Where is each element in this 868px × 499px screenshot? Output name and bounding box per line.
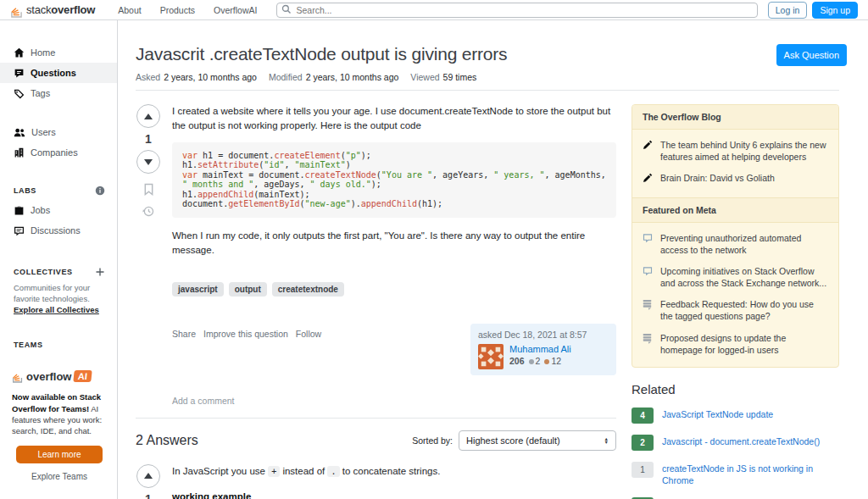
sidebar-item-users[interactable]: Users <box>0 122 117 142</box>
home-icon <box>14 47 25 58</box>
tags-icon <box>14 88 25 99</box>
question-body: I created a website where it tells you y… <box>172 104 616 375</box>
sidebar-item-label: Tags <box>31 88 50 98</box>
nav-products[interactable]: Products <box>153 3 203 18</box>
related-item[interactable]: 1 createTextNode in JS is not working in… <box>632 462 839 486</box>
rep-score: 206 <box>509 356 525 366</box>
featured-meta-header: Featured on Meta <box>632 197 838 223</box>
sidebar-item-label: Discussions <box>31 225 81 236</box>
sorted-by-label: Sorted by: <box>412 435 453 446</box>
overflow-ai-stack-icon <box>12 369 24 383</box>
sidebar-item-companies[interactable]: Companies <box>0 142 117 163</box>
tag-createtextnode[interactable]: createtextnode <box>272 282 344 297</box>
teams-pitch: Now available on Stack Overflow for Team… <box>12 391 107 436</box>
comment-bubble-icon <box>643 265 654 289</box>
improve-question-link[interactable]: Improve this question <box>203 329 288 339</box>
answer-count-badge: 2 <box>632 435 654 451</box>
related-item[interactable]: 4 JavaScript TextNode update <box>632 408 839 424</box>
viewed-value: 59 times <box>443 72 477 82</box>
users-icon <box>14 127 25 138</box>
meta-item[interactable]: Proposed designs to update the homepage … <box>643 332 828 356</box>
questions-icon <box>14 68 25 79</box>
sidebar-item-label: Questions <box>31 68 76 78</box>
login-button[interactable]: Log in <box>768 2 808 19</box>
vote-column: 1 <box>136 104 161 375</box>
sort-dropdown[interactable]: Highest score (default) ▲▼ <box>459 430 616 451</box>
sidebar-item-discussions[interactable]: Discussions <box>0 220 117 241</box>
overflow-ai-logo: overflow AI <box>12 369 107 383</box>
modified-value: 2 years, 10 months ago <box>306 72 399 82</box>
answer-count-badge: 1 <box>632 462 654 478</box>
downvote-button[interactable] <box>136 150 160 174</box>
question-paragraph-2: When I run my code, it only outputs the … <box>172 229 616 258</box>
answer-upvote-button[interactable] <box>136 464 160 488</box>
search-input[interactable] <box>276 3 757 18</box>
working-example-heading: working example <box>172 491 616 499</box>
post-actions: Share Improve this question Follow <box>172 324 321 339</box>
bookmark-icon[interactable] <box>143 183 154 196</box>
collectives-section-label: COLLECTIVES <box>0 263 117 281</box>
question-paragraph-1: I created a website where it tells you y… <box>172 104 616 134</box>
meta-item[interactable]: Feedback Requested: How do you use the t… <box>643 298 828 322</box>
nav-about[interactable]: About <box>110 3 148 18</box>
sort-arrows-icon: ▲▼ <box>604 437 609 444</box>
explore-collectives-link[interactable]: Explore all Collectives <box>14 305 99 314</box>
meta-item[interactable]: Upcoming initiatives on Stack Overflow a… <box>643 265 828 289</box>
follow-link[interactable]: Follow <box>296 329 321 339</box>
blog-item[interactable]: Brain Drain: David vs Goliath <box>643 172 828 186</box>
labs-label-text: LABS <box>14 186 36 195</box>
answer-count-badge: 4 <box>632 408 654 424</box>
logo-text: stackoverflow <box>26 3 95 16</box>
upvote-button[interactable] <box>136 104 160 128</box>
sidebar-item-questions[interactable]: Questions <box>0 63 117 83</box>
plus-icon[interactable] <box>95 267 105 277</box>
question-column: 1 I created a website where it tells you… <box>136 104 616 499</box>
tag-output[interactable]: output <box>229 282 267 297</box>
bronze-badge: 12 <box>544 356 561 366</box>
question-header: Javascrit .createTextNode output is givi… <box>136 44 839 64</box>
answer-paragraph: In JavaScript you use + instead of . to … <box>172 464 616 479</box>
share-link[interactable]: Share <box>172 329 196 339</box>
question-stats: Asked2 years, 10 months ago Modified2 ye… <box>136 72 839 91</box>
sidebar-item-label: Companies <box>31 147 78 158</box>
info-icon[interactable] <box>95 186 105 196</box>
teams-promo: overflow AI Now available on Stack Overf… <box>0 354 117 480</box>
related-item[interactable]: 2 Javascript - document.createTextNode() <box>632 435 839 451</box>
history-icon[interactable] <box>142 205 154 217</box>
tag-javascript[interactable]: javascript <box>172 282 224 297</box>
sidebar-item-label: Home <box>31 47 55 58</box>
blog-item[interactable]: The team behind Unity 6 explains the new… <box>643 139 828 163</box>
asked-info-card: asked Dec 18, 2021 at 8:57 <box>470 324 616 375</box>
add-comment-link[interactable]: Add a comment <box>136 396 616 419</box>
explore-teams-link[interactable]: Explore Teams <box>12 472 107 481</box>
answer-vote-column: 1 <box>136 464 161 499</box>
ask-question-button[interactable]: Ask Question <box>776 44 847 66</box>
top-navigation: About Products OverflowAI <box>110 3 264 18</box>
blog-item-text: The team behind Unity 6 explains the new… <box>660 139 828 163</box>
nav-overflowai[interactable]: OverflowAI <box>206 3 264 18</box>
top-bar: stackoverflow About Products OverflowAI … <box>0 0 868 20</box>
asked-date: asked Dec 18, 2021 at 8:57 <box>478 330 609 340</box>
overflow-blog-header: The Overflow Blog <box>632 105 838 130</box>
silver-badge-icon <box>529 359 534 364</box>
stackoverflow-logo[interactable]: stackoverflow <box>7 3 98 18</box>
sidebar-item-tags[interactable]: Tags <box>0 83 117 103</box>
related-link: JavaScript TextNode update <box>662 408 773 420</box>
stackexchange-icon <box>643 298 654 322</box>
user-name-link[interactable]: Muhammad Ali <box>509 344 571 354</box>
signup-button[interactable]: Sign up <box>812 2 858 19</box>
discussions-icon <box>14 225 25 236</box>
sidebar-item-jobs[interactable]: Jobs <box>0 200 117 220</box>
code-block: var h1 = document.createElement("p"); h1… <box>172 142 616 219</box>
collectives-desc-text: Communities for your favorite technologi… <box>14 283 90 303</box>
meta-item[interactable]: Preventing unauthorized automated access… <box>643 232 828 256</box>
asked-value: 2 years, 10 months ago <box>164 72 257 82</box>
blog-item-text: Brain Drain: David vs Goliath <box>660 172 775 186</box>
learn-more-button[interactable]: Learn more <box>16 446 103 463</box>
related-heading: Related <box>632 382 839 396</box>
right-sidebar: The Overflow Blog The team behind Unity … <box>632 104 839 499</box>
sidebar-item-label: Users <box>31 127 56 137</box>
avatar[interactable] <box>478 344 504 369</box>
related-link: Javascript - document.createTextNode() <box>662 435 820 447</box>
sidebar-item-home[interactable]: Home <box>0 42 117 63</box>
